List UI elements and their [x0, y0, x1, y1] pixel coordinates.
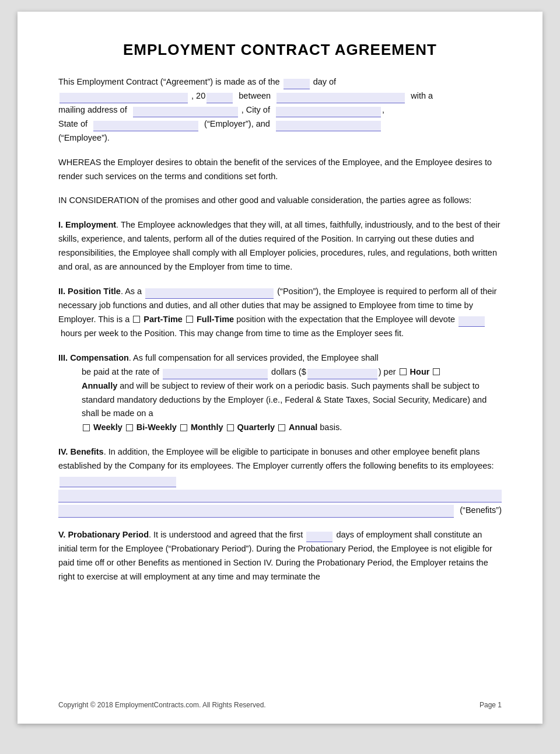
section-i: I. Employment. The Employee acknowledges… — [58, 218, 502, 274]
state-field[interactable] — [93, 121, 198, 131]
employer-label: (“Employer”), and — [204, 119, 270, 128]
city-text: , City of — [242, 105, 270, 114]
quarterly-checkbox[interactable] — [227, 424, 234, 431]
weekly-checkbox[interactable] — [83, 424, 90, 431]
document-title: EMPLOYMENT CONTRACT AGREEMENT — [58, 41, 502, 59]
dollars-field[interactable] — [307, 369, 377, 379]
section-iv-text: . In addition, the Employee will be elig… — [58, 447, 494, 470]
intro-paragraph: This Employment Contract (“Agreement”) i… — [58, 75, 502, 145]
page-number: Page 1 — [480, 701, 502, 709]
biweekly-checkbox[interactable] — [126, 424, 133, 431]
employer-name-field[interactable] — [276, 121, 381, 131]
mailing-field[interactable] — [133, 107, 238, 117]
date-field[interactable] — [60, 93, 188, 103]
with-text: with a — [411, 91, 433, 100]
section-iv: IV. Benefits. In addition, the Employee … — [58, 445, 502, 518]
section-iii-indent: be paid at the rate of dollars ($) per H… — [58, 365, 502, 435]
city-field[interactable] — [276, 107, 381, 117]
benefits-inline-field[interactable] — [60, 477, 176, 487]
benefits-last-line: (“Benefits”) — [58, 502, 502, 518]
probation-days-field[interactable] — [306, 532, 332, 542]
part-time-label: Part-Time — [144, 315, 183, 324]
intro-line1-pre: This Employment Contract (“Agreement”) i… — [58, 77, 280, 86]
position-field[interactable] — [145, 288, 274, 299]
copyright-text: Copyright © 2018 EmploymentContracts.com… — [58, 701, 266, 709]
annual-checkbox[interactable] — [278, 424, 285, 431]
section-iii: III. Compensation. As full compensation … — [58, 351, 502, 435]
year-field[interactable] — [206, 93, 233, 103]
consideration-paragraph: IN CONSIDERATION of the promises and oth… — [58, 194, 502, 208]
page-footer: Copyright © 2018 EmploymentContracts.com… — [58, 701, 502, 709]
year-pre: , 20 — [191, 91, 205, 100]
hour-checkbox[interactable] — [400, 368, 407, 375]
benefits-field-line1[interactable] — [58, 490, 502, 502]
section-v: V. Probationary Period. It is understood… — [58, 528, 502, 584]
section-ii-heading: II. Position Title — [58, 287, 121, 296]
day-field[interactable] — [284, 79, 310, 89]
section-iii-heading: III. Compensation — [58, 353, 129, 362]
full-time-label: Full-Time — [197, 315, 234, 324]
section-ii-pre: . As a — [121, 287, 142, 296]
monthly-checkbox[interactable] — [180, 424, 187, 431]
hour-label: Hour — [410, 367, 430, 376]
annually-label: Annually — [82, 381, 117, 390]
section-ii: II. Position Title. As a (“Position”), t… — [58, 285, 502, 341]
party1-field[interactable] — [276, 93, 405, 103]
annually-checkbox[interactable] — [433, 368, 440, 375]
benefits-field-line2[interactable] — [58, 505, 454, 518]
between-text: between — [239, 91, 271, 100]
intro-line1-mid: day of — [313, 77, 337, 86]
employee-label: (“Employee”). — [58, 133, 110, 142]
section-ii-mid: position with the expectation that the E… — [236, 315, 455, 324]
section-ii-end: hours per week to the Position. This may… — [61, 329, 404, 338]
full-time-checkbox[interactable] — [186, 316, 193, 323]
section-v-pre: . It is understood and agreed that the f… — [149, 530, 303, 539]
section-i-heading: I. Employment — [58, 220, 116, 229]
section-i-text: . The Employee acknowledges that they wi… — [58, 220, 501, 271]
section-v-heading: V. Probationary Period — [58, 530, 149, 539]
benefits-label: (“Benefits”) — [460, 504, 502, 518]
document-page: EMPLOYMENT CONTRACT AGREEMENT This Emplo… — [18, 12, 542, 724]
whereas-paragraph: WHEREAS the Employer desires to obtain t… — [58, 156, 502, 184]
hours-field[interactable] — [459, 316, 485, 327]
section-iv-heading: IV. Benefits — [58, 447, 104, 456]
mailing-pre: mailing address of — [58, 105, 127, 114]
rate-field[interactable] — [163, 369, 268, 379]
section-iii-pre: . As full compensation for all services … — [129, 353, 379, 362]
state-pre: State of — [58, 119, 88, 128]
part-time-checkbox[interactable] — [133, 316, 140, 323]
